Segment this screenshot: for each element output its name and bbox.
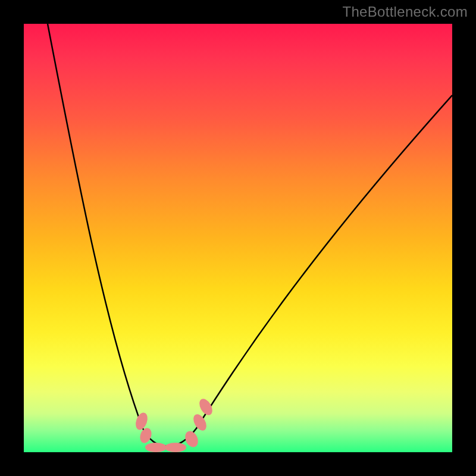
marker-group — [133, 397, 215, 452]
bottleneck-curve — [48, 24, 452, 446]
data-point-marker — [145, 443, 167, 452]
data-point-marker — [197, 397, 215, 418]
data-point-marker — [191, 412, 209, 433]
data-point-marker — [165, 443, 186, 452]
chart-frame: TheBottleneck.com — [0, 0, 476, 476]
watermark-text: TheBottleneck.com — [342, 4, 468, 20]
chart-svg — [24, 24, 452, 452]
